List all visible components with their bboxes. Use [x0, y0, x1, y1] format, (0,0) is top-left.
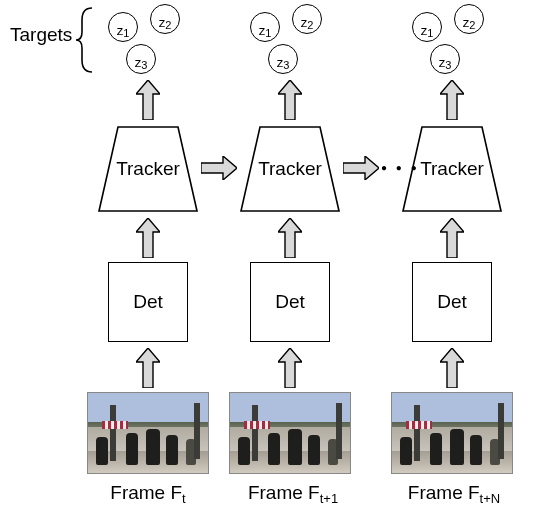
- targets-brace: [74, 6, 100, 74]
- tracker-label-col3: Tracker: [417, 158, 487, 180]
- det-box-col2: Det: [250, 262, 330, 342]
- frame-label-col3: Frame Ft+N: [398, 482, 510, 504]
- frame-label-col2: Frame Ft+1: [238, 482, 348, 504]
- tracker-label-col2: Tracker: [255, 158, 325, 180]
- target-z1-col1: z1: [108, 12, 138, 42]
- arrow-tracker-to-targets-col1: [136, 80, 160, 120]
- target-z3-col3: z3: [430, 44, 460, 74]
- arrow-tracker-to-targets-col3: [440, 80, 464, 120]
- arrow-frame-to-det-col1: [136, 348, 160, 388]
- arrow-frame-to-det-col3: [440, 348, 464, 388]
- arrow-frame-to-det-col2: [278, 348, 302, 388]
- det-label-col1: Det: [133, 291, 163, 313]
- arrow-tracker1-to-tracker2: [201, 156, 237, 180]
- target-z2-col2: z2: [292, 4, 322, 34]
- arrow-tracker2-to-ellipsis: [343, 156, 379, 180]
- frame-image-col1: [87, 392, 209, 474]
- frame-image-col3: [391, 392, 513, 474]
- target-z1-col3: z1: [412, 12, 442, 42]
- frame-image-col2: [229, 392, 351, 474]
- target-z1-col2: z1: [250, 12, 280, 42]
- target-z2-col1: z2: [150, 4, 180, 34]
- target-z3-col1: z3: [126, 44, 156, 74]
- det-label-col3: Det: [437, 291, 467, 313]
- arrow-det-to-tracker-col2: [278, 218, 302, 258]
- targets-label: Targets: [10, 24, 72, 46]
- tracker-ellipsis: ● ● ●: [381, 162, 420, 173]
- tracking-pipeline-diagram: Targets z1 z2 z3 z1 z2 z3 z1 z2 z3 Track…: [0, 0, 548, 512]
- arrow-det-to-tracker-col1: [136, 218, 160, 258]
- det-label-col2: Det: [275, 291, 305, 313]
- frame-label-col1: Frame Ft: [98, 482, 198, 504]
- det-box-col3: Det: [412, 262, 492, 342]
- target-z3-col2: z3: [268, 44, 298, 74]
- arrow-tracker-to-targets-col2: [278, 80, 302, 120]
- target-z2-col3: z2: [454, 4, 484, 34]
- det-box-col1: Det: [108, 262, 188, 342]
- arrow-det-to-tracker-col3: [440, 218, 464, 258]
- tracker-label-col1: Tracker: [113, 158, 183, 180]
